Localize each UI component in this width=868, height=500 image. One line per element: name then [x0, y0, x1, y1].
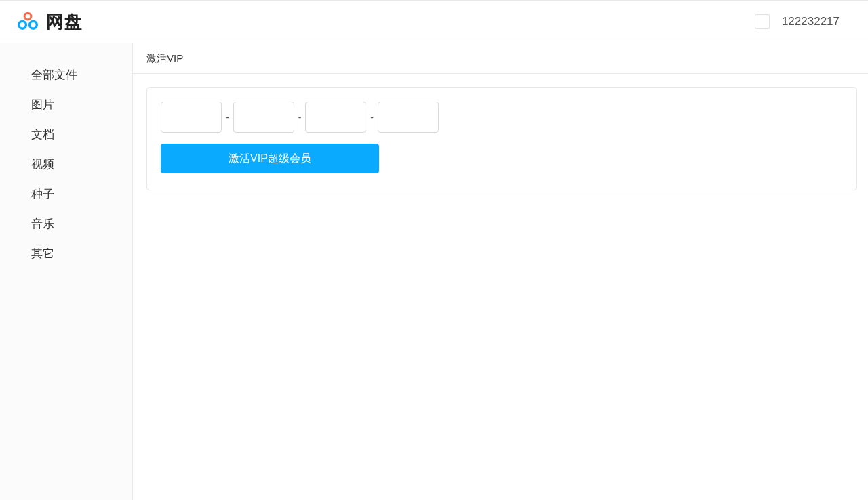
sidebar-item-label: 种子 — [31, 188, 54, 201]
main-content: 激活VIP - - - 激活VIP超级会员 — [133, 43, 868, 500]
svg-point-5 — [31, 22, 35, 27]
svg-point-3 — [26, 14, 31, 19]
page-title: 激活VIP — [146, 52, 183, 65]
sidebar-item-label: 视频 — [31, 158, 54, 171]
sidebar-item-images[interactable]: 图片 — [0, 92, 132, 118]
user-area[interactable]: 122232217 — [755, 14, 853, 29]
sidebar-item-all-files[interactable]: 全部文件 — [0, 62, 132, 88]
activate-vip-button[interactable]: 激活VIP超级会员 — [161, 144, 379, 173]
sidebar-item-label: 文档 — [31, 128, 54, 141]
code-separator: - — [370, 112, 374, 123]
svg-point-4 — [20, 22, 24, 27]
brand-name: 网盘 — [46, 10, 83, 34]
sidebar-item-documents[interactable]: 文档 — [0, 122, 132, 148]
code-separator: - — [298, 112, 302, 123]
activation-code-inputs: - - - — [161, 102, 843, 133]
user-id: 122232217 — [782, 15, 840, 28]
code-separator: - — [226, 112, 229, 123]
activation-card: - - - 激活VIP超级会员 — [146, 87, 857, 190]
brand-logo-icon — [15, 9, 41, 35]
sidebar-item-other[interactable]: 其它 — [0, 241, 132, 267]
sidebar: 全部文件 图片 文档 视频 种子 音乐 其它 — [0, 43, 133, 500]
sidebar-item-music[interactable]: 音乐 — [0, 211, 132, 237]
code-input-4[interactable] — [378, 102, 439, 133]
code-input-1[interactable] — [161, 102, 222, 133]
code-input-3[interactable] — [305, 102, 366, 133]
logo-area[interactable]: 网盘 — [15, 9, 83, 35]
sidebar-item-label: 其它 — [31, 247, 54, 260]
sidebar-item-label: 音乐 — [31, 217, 54, 230]
sidebar-item-label: 全部文件 — [31, 68, 77, 81]
sidebar-item-videos[interactable]: 视频 — [0, 152, 132, 178]
code-input-2[interactable] — [233, 102, 294, 133]
page-title-bar: 激活VIP — [133, 43, 868, 74]
sidebar-item-label: 图片 — [31, 98, 54, 111]
header: 网盘 122232217 — [0, 0, 868, 43]
sidebar-item-seeds[interactable]: 种子 — [0, 182, 132, 207]
avatar — [755, 14, 770, 29]
